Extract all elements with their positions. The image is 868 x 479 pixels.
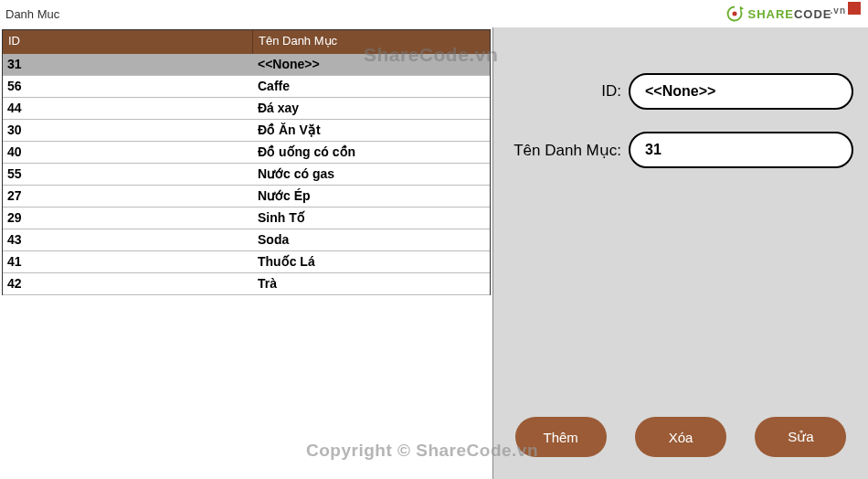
svg-point-0 (733, 12, 737, 16)
cell-id: 29 (3, 208, 253, 229)
logo-icon (725, 5, 744, 23)
delete-button[interactable]: Xóa (635, 417, 726, 457)
cell-name: Nước có gas (253, 164, 490, 185)
cell-name: <<None>> (253, 54, 490, 75)
cell-name: Thuốc Lá (253, 251, 490, 272)
cell-id: 55 (3, 164, 253, 185)
header-id[interactable]: ID (3, 30, 253, 54)
name-field[interactable] (629, 132, 853, 168)
cell-name: Caffe (253, 76, 490, 97)
header-name[interactable]: Tên Danh Mục (253, 30, 490, 54)
cell-name: Trà (253, 273, 490, 294)
cell-id: 41 (3, 251, 253, 272)
table-row[interactable]: 41Thuốc Lá (3, 251, 490, 273)
name-label: Tên Danh Mục: (493, 141, 621, 160)
edit-button[interactable]: Sửa (755, 417, 846, 457)
table-row[interactable]: 56Caffe (3, 76, 490, 98)
cell-name: Đá xay (253, 98, 490, 119)
table-row[interactable]: 43Soda (3, 229, 490, 251)
id-field[interactable] (629, 73, 853, 110)
table-row[interactable]: 27Nước Ép (3, 186, 490, 208)
id-label: ID: (493, 82, 621, 101)
cell-id: 30 (3, 120, 253, 141)
right-pane: ID: Tên Danh Mục: Thêm Xóa Sửa (493, 27, 868, 479)
table-row[interactable]: 29Sinh Tố (3, 208, 490, 229)
add-button[interactable]: Thêm (515, 417, 607, 457)
cell-name: Đồ Ăn Vặt (253, 120, 490, 141)
table-row[interactable]: 44Đá xay (3, 98, 490, 120)
cell-id: 31 (3, 54, 253, 75)
cell-id: 27 (3, 186, 253, 207)
cell-id: 43 (3, 229, 253, 250)
cell-id: 42 (3, 273, 253, 294)
table-row[interactable]: 40Đồ uống có cồn (3, 142, 490, 164)
window-control-icon[interactable] (848, 2, 861, 15)
cell-name: Đồ uống có cồn (253, 142, 490, 163)
table-row[interactable]: 55Nước có gas (3, 164, 490, 186)
cell-id: 40 (3, 142, 253, 163)
left-pane: ID Tên Danh Mục 31<<None>>56Caffe44Đá xa… (0, 27, 493, 479)
cell-name: Sinh Tố (253, 208, 490, 229)
table-row[interactable]: 42Trà (3, 273, 490, 295)
category-grid[interactable]: ID Tên Danh Mục 31<<None>>56Caffe44Đá xa… (2, 29, 491, 295)
table-row[interactable]: 30Đồ Ăn Vặt (3, 120, 490, 142)
logo: SHARECODE.vn (725, 5, 846, 23)
window-title: Danh Muc (5, 7, 59, 21)
cell-name: Soda (253, 229, 490, 250)
cell-id: 44 (3, 98, 253, 119)
table-row[interactable]: 31<<None>> (3, 54, 490, 76)
titlebar: Danh Muc SHARECODE.vn (0, 0, 868, 27)
cell-name: Nước Ép (253, 186, 490, 207)
cell-id: 56 (3, 76, 253, 97)
grid-header: ID Tên Danh Mục (3, 30, 490, 54)
